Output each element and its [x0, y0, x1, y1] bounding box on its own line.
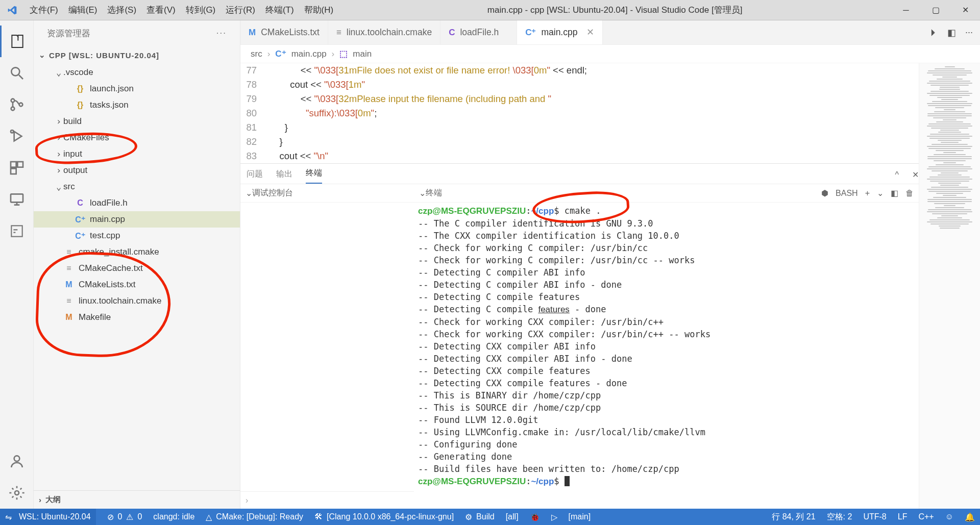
- folder-item[interactable]: ⌄.vscode: [34, 64, 240, 81]
- file-label: Makefile: [79, 312, 111, 322]
- panel-tab[interactable]: 问题: [247, 169, 263, 184]
- folder-item[interactable]: ⌄src: [34, 179, 240, 195]
- run-icon[interactable]: ⏵: [929, 27, 938, 38]
- triangle-icon: △: [206, 512, 212, 522]
- file-item[interactable]: {}launch.json: [34, 81, 240, 97]
- panel-close-icon[interactable]: ✕: [912, 170, 919, 184]
- breadcrumb-item[interactable]: main.cpp: [291, 49, 327, 59]
- tab-label: linux.toolchain.cmake: [347, 27, 432, 38]
- split-terminal-icon[interactable]: ◧: [891, 188, 898, 198]
- file-icon: M: [63, 313, 75, 322]
- file-item[interactable]: ≡cmake_install.cmake: [34, 244, 240, 260]
- feedback-icon[interactable]: ☺: [945, 512, 953, 521]
- menu-item[interactable]: 转到(G): [181, 4, 221, 16]
- play-icon: ▷: [551, 512, 557, 522]
- split-icon[interactable]: ◧: [947, 27, 956, 38]
- editor-tab[interactable]: MCMakeLists.txt: [240, 20, 328, 44]
- eol-indicator[interactable]: LF: [898, 512, 908, 521]
- terminal-output[interactable]: czp@MS-EQGRUVEPSZIU:~/cpp$ cmake . -- Th…: [414, 203, 919, 509]
- editor-tab[interactable]: ≡linux.toolchain.cmake: [328, 20, 440, 44]
- gear-icon[interactable]: [0, 477, 34, 509]
- remote-icon: ⇋: [5, 512, 12, 522]
- sql-icon[interactable]: [0, 215, 34, 247]
- file-item[interactable]: ≡CMakeCache.txt: [34, 260, 240, 277]
- code-editor[interactable]: 77 << "\033[31mFile does not exist or fi…: [240, 63, 919, 163]
- source-control-icon[interactable]: [0, 89, 34, 120]
- cursor-position[interactable]: 行 84, 列 21: [772, 512, 815, 522]
- menu-item[interactable]: 运行(R): [220, 4, 260, 16]
- remote-explorer-icon[interactable]: [0, 184, 34, 215]
- kit-selector[interactable]: 🛠[Clang 10.0.0 x86_64-pc-linux-gnu]: [314, 512, 454, 521]
- file-icon: ≡: [63, 247, 75, 257]
- file-icon: ≡: [63, 264, 75, 273]
- close-icon[interactable]: ✕: [586, 27, 594, 38]
- menu-item[interactable]: 查看(V): [141, 4, 181, 16]
- outline-section[interactable]: 大纲: [34, 490, 240, 509]
- editor-tab[interactable]: CloadFile.h: [440, 20, 517, 44]
- file-icon: M: [249, 28, 256, 38]
- maximize-button[interactable]: ▢: [921, 0, 950, 20]
- folder-item[interactable]: ›build: [34, 113, 240, 130]
- shell-kind[interactable]: BASH: [836, 189, 858, 198]
- file-item[interactable]: MMakefile: [34, 309, 240, 326]
- file-item[interactable]: C⁺main.cpp: [34, 211, 240, 228]
- language-indicator[interactable]: C++: [918, 512, 934, 521]
- panel-tab[interactable]: 输出: [276, 169, 292, 184]
- workspace-folder[interactable]: CPP [WSL: UBUNTU-20.04]: [34, 46, 240, 64]
- file-label: main.cpp: [90, 214, 125, 224]
- problems-indicator[interactable]: ⊘0 ⚠0: [107, 512, 142, 522]
- breadcrumb-item[interactable]: src: [251, 49, 262, 59]
- folder-item[interactable]: ›input: [34, 146, 240, 162]
- run-debug-icon[interactable]: [0, 120, 34, 152]
- build-button[interactable]: ⚙Build: [465, 512, 495, 522]
- file-label: .vscode: [63, 67, 93, 78]
- indent-indicator[interactable]: 空格: 2: [827, 512, 852, 522]
- menu-item[interactable]: 编辑(E): [63, 4, 103, 16]
- panel-maximize-icon[interactable]: ^: [895, 170, 899, 184]
- close-button[interactable]: ✕: [950, 0, 980, 20]
- minimize-button[interactable]: ─: [891, 0, 921, 20]
- explorer-icon[interactable]: [0, 26, 34, 57]
- file-item[interactable]: C⁺test.cpp: [34, 228, 240, 244]
- launch-target[interactable]: [main]: [569, 512, 591, 521]
- panel-tab[interactable]: 终端: [306, 168, 322, 184]
- new-terminal-icon[interactable]: +: [865, 189, 870, 198]
- sidebar-more-icon[interactable]: ···: [216, 28, 227, 38]
- debug-button[interactable]: 🐞: [530, 512, 540, 522]
- breadcrumb-item[interactable]: main: [353, 49, 372, 59]
- folder-item[interactable]: ›CMakeFiles: [34, 130, 240, 146]
- more-icon[interactable]: ···: [965, 27, 973, 38]
- menu-item[interactable]: 文件(F): [24, 4, 63, 16]
- extensions-icon[interactable]: [0, 152, 34, 184]
- remote-indicator[interactable]: ⇋WSL: Ubuntu-20.04: [0, 509, 96, 525]
- account-icon[interactable]: [0, 445, 34, 477]
- file-icon: C⁺: [75, 231, 86, 241]
- cmake-status[interactable]: △CMake: [Debug]: Ready: [206, 512, 303, 522]
- build-target[interactable]: [all]: [506, 512, 519, 521]
- search-icon[interactable]: [0, 57, 34, 89]
- file-icon: C: [75, 198, 86, 208]
- sidebar-header: 资源管理器 ···: [34, 20, 240, 46]
- chevron-right-icon[interactable]: ›: [246, 496, 248, 505]
- menu-item[interactable]: 选择(S): [102, 4, 141, 16]
- dropdown-icon[interactable]: ⌄: [877, 188, 884, 198]
- file-item[interactable]: MCMakeLists.txt: [34, 277, 240, 293]
- file-item[interactable]: {}tasks.json: [34, 97, 240, 113]
- editor-tab[interactable]: C⁺main.cpp✕: [517, 20, 603, 44]
- warning-icon: ⚠: [126, 512, 133, 522]
- notifications-icon[interactable]: 🔔: [965, 512, 975, 522]
- kill-terminal-icon[interactable]: 🗑: [905, 189, 914, 198]
- folder-item[interactable]: ›output: [34, 162, 240, 179]
- file-item[interactable]: ≡linux.toolchain.cmake: [34, 293, 240, 309]
- sidebar: 资源管理器 ··· CPP [WSL: UBUNTU-20.04] ⌄.vsco…: [34, 20, 240, 509]
- encoding-indicator[interactable]: UTF-8: [863, 512, 886, 521]
- clangd-status[interactable]: clangd: idle: [153, 512, 194, 521]
- file-item[interactable]: CloadFile.h: [34, 195, 240, 211]
- minimap[interactable]: [919, 63, 980, 509]
- menu-item[interactable]: 帮助(H): [299, 4, 339, 16]
- run-button[interactable]: ▷: [551, 512, 557, 522]
- svg-point-11: [15, 491, 19, 495]
- menu-item[interactable]: 终端(T): [260, 4, 299, 16]
- breadcrumb-icon: ⬚: [339, 48, 348, 59]
- breadcrumbs[interactable]: src›C⁺main.cpp›⬚main: [240, 45, 980, 63]
